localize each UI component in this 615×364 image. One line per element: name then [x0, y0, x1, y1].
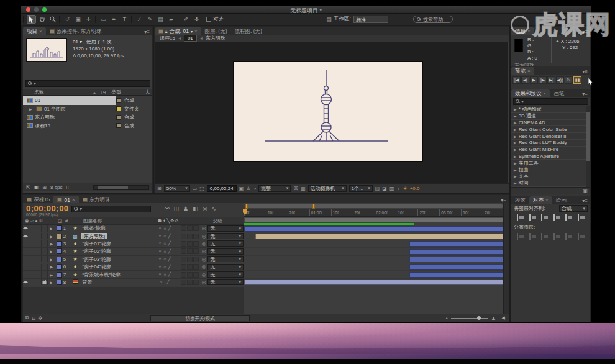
label-chip[interactable]: [116, 106, 121, 111]
play-button[interactable]: ▶: [530, 76, 538, 84]
layer-bar[interactable]: [409, 272, 504, 278]
effects-category[interactable]: ▶实用工具: [511, 160, 590, 166]
audio-toggle[interactable]: [29, 248, 35, 255]
bpc-button[interactable]: 8 bpc: [50, 184, 63, 190]
distribute-right-button[interactable]: [577, 233, 585, 240]
label-chip[interactable]: [57, 225, 62, 231]
pickwhip-icon[interactable]: ◎: [200, 264, 207, 270]
solo-toggle[interactable]: [35, 271, 42, 278]
magnification-dropdown[interactable]: 50%: [164, 185, 190, 192]
safe-margins-icon[interactable]: ▭: [193, 186, 198, 191]
label-chip[interactable]: [116, 98, 121, 103]
expand-arrow-icon[interactable]: ▶: [48, 249, 55, 253]
expand-modes-icon[interactable]: ⊡: [32, 316, 36, 321]
roto-brush-tool-icon[interactable]: ✐: [181, 15, 191, 24]
panel-menu-icon[interactable]: ▾≡: [498, 198, 509, 203]
tab-timeline-01[interactable]: 01×: [53, 196, 78, 203]
brush-tool-icon[interactable]: ✎: [145, 15, 155, 24]
expand-arrow-icon[interactable]: ▶: [48, 273, 55, 277]
zoom-out-mountain-icon[interactable]: ▲: [445, 316, 449, 320]
mode-boxes[interactable]: [181, 264, 201, 270]
label-column-icon[interactable]: ◳: [101, 89, 111, 95]
tab-timeline-kecheng15[interactable]: 课程15: [23, 196, 53, 203]
close-icon[interactable]: ×: [545, 198, 549, 203]
label-chip[interactable]: [57, 241, 62, 247]
expand-arrow-icon[interactable]: ▶: [48, 226, 55, 230]
solo-toggle[interactable]: [35, 240, 42, 247]
new-comp-icon[interactable]: ⊞: [42, 184, 47, 190]
audio-button[interactable]: ◀)): [556, 76, 564, 84]
parent-column[interactable]: 父级: [213, 218, 222, 224]
layer-bar[interactable]: [409, 257, 504, 262]
close-icon[interactable]: ×: [72, 197, 75, 202]
parent-dropdown[interactable]: 无: [207, 240, 244, 247]
hand-tool-icon[interactable]: [37, 15, 47, 24]
solo-toggle[interactable]: [35, 233, 42, 239]
tab-align[interactable]: 对齐×: [529, 196, 552, 204]
expand-arrow-icon[interactable]: ▶: [48, 265, 55, 269]
scroll-thumb[interactable]: [98, 186, 128, 189]
loop-button[interactable]: ↻: [565, 76, 573, 84]
label-chip[interactable]: [57, 234, 62, 239]
pickwhip-icon[interactable]: ◎: [200, 272, 207, 278]
zoom-tool-icon[interactable]: [48, 15, 57, 24]
layer-row[interactable]: ▶ 1 ★ “线条”轮廓 ⚬ ☼ ╱ ◎ 无: [23, 225, 244, 232]
lock-toggle[interactable]: [42, 225, 48, 232]
fast-preview-icon[interactable]: ◪: [382, 186, 387, 191]
close-icon[interactable]: ×: [194, 29, 198, 34]
label-chip[interactable]: [57, 280, 62, 285]
layer-name[interactable]: [东方明珠]: [81, 233, 107, 239]
snapshot-icon[interactable]: ▣: [239, 186, 244, 191]
distribute-top-button[interactable]: [516, 233, 524, 240]
parent-dropdown[interactable]: 无: [207, 271, 244, 278]
tab-info[interactable]: 信息×: [511, 27, 534, 35]
tab-timeline-dongfangmingzhu[interactable]: 东方明珠: [79, 196, 114, 203]
lock-toggle[interactable]: [42, 264, 48, 270]
tab-preview[interactable]: 预览×: [511, 67, 534, 75]
layer-name[interactable]: “房子03”轮廓: [81, 256, 113, 262]
puppet-pin-tool-icon[interactable]: ✜: [192, 15, 201, 24]
viewer-timecode[interactable]: 0;00;02;24: [207, 185, 237, 192]
solo-toggle[interactable]: [35, 279, 42, 285]
column-type[interactable]: 类型: [111, 89, 136, 96]
project-item-row[interactable]: ▶ 01 个图层 文件夹: [23, 105, 152, 114]
layer-switches[interactable]: ⚬ ☼ ╱: [148, 257, 181, 262]
text-tool-icon[interactable]: T: [120, 15, 129, 24]
breadcrumb-item[interactable]: 课程15: [160, 35, 175, 42]
comp-mini-flowchart-icon[interactable]: ⚯: [165, 206, 170, 212]
target-region-icon[interactable]: 回: [293, 185, 298, 192]
graph-editor-icon[interactable]: ∿: [212, 206, 217, 212]
solo-toggle[interactable]: [35, 248, 42, 255]
eye-icon[interactable]: [23, 233, 29, 239]
parent-dropdown[interactable]: 无: [207, 256, 244, 262]
time-navigator-bar[interactable]: [245, 204, 503, 208]
parent-dropdown[interactable]: 无: [207, 264, 244, 270]
shy-layers-icon[interactable]: ♟: [183, 206, 188, 212]
tab-effect-controls[interactable]: 效果控件: 东方明珠: [46, 27, 106, 35]
tab-paint2[interactable]: 绘画: [552, 196, 570, 204]
lock-toggle[interactable]: [42, 256, 48, 262]
expand-arrow-icon[interactable]: ▶: [48, 257, 55, 262]
label-chip[interactable]: [57, 272, 62, 278]
expand-arrow-icon[interactable]: ▶: [48, 234, 55, 239]
next-frame-button[interactable]: |▶: [539, 76, 547, 84]
tab-paragraph[interactable]: 段落: [511, 196, 529, 204]
current-timecode[interactable]: 0;00;00;00: [26, 204, 69, 213]
expand-inout-icon[interactable]: ✣: [38, 316, 42, 321]
eye-icon[interactable]: [23, 279, 29, 285]
channel-icon[interactable]: ◑: [253, 186, 256, 191]
label-chip[interactable]: [57, 264, 62, 270]
last-frame-button[interactable]: ▶|: [547, 76, 555, 84]
layer-row[interactable]: ▶ 3 ★ “房子01”轮廓 ⚬ ☼ ╱ ◎ 无: [23, 240, 244, 248]
navigator-start-handle[interactable]: [245, 204, 248, 209]
layer-name[interactable]: “房子02”轮廓: [81, 248, 113, 255]
layer-bar[interactable]: [244, 226, 504, 232]
align-bottom-button[interactable]: [577, 214, 585, 221]
hscroll-left-arrow-icon[interactable]: ◀: [502, 316, 505, 321]
layer-name[interactable]: 背景: [81, 279, 94, 285]
layer-switches[interactable]: ⚬ ☼ ╱: [148, 272, 181, 277]
lock-icon[interactable]: 🔒︎: [165, 29, 168, 34]
align-top-button[interactable]: [553, 214, 561, 221]
lock-toggle[interactable]: [42, 248, 48, 255]
work-area-bar[interactable]: [244, 217, 504, 222]
